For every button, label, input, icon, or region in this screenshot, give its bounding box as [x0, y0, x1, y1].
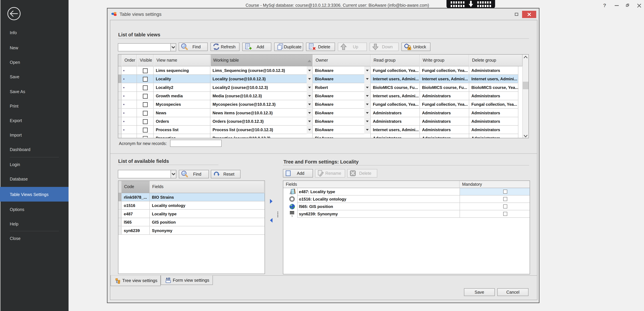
svg-text:s: s	[291, 214, 293, 218]
svg-text:AB: AB	[166, 277, 170, 280]
